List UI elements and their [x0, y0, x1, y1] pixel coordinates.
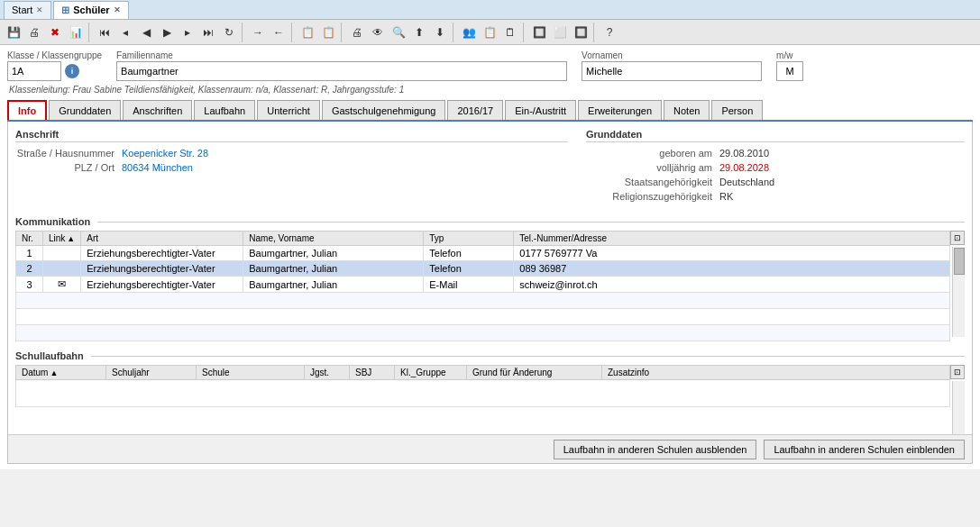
col-schule[interactable]: Schule — [197, 366, 305, 380]
plzort-row: PLZ / Ort 80634 München — [15, 162, 568, 173]
tab-laufbahn-label: Laufbahn — [204, 105, 245, 116]
kommunikation-export-btn[interactable]: ⊡ — [950, 231, 965, 245]
toolbar-refresh[interactable]: ↻ — [219, 23, 239, 42]
toolbar-prev-prev[interactable]: ◂ — [115, 23, 135, 42]
tab-grunddaten[interactable]: Grunddaten — [49, 100, 121, 120]
volljaehrig-value: 29.08.2028 — [719, 162, 769, 173]
col-jgst[interactable]: Jgst. — [305, 366, 350, 380]
geboren-value: 29.08.2010 — [719, 148, 769, 159]
tab-2016-label: 2016/17 — [457, 105, 493, 116]
toolbar-prev[interactable]: ◀ — [136, 23, 156, 42]
tab-einaustritt[interactable]: Ein-/Austritt — [505, 100, 576, 120]
info-icon[interactable]: i — [65, 64, 79, 78]
tab-erweiterungen[interactable]: Erweiterungen — [578, 100, 662, 120]
field-group-familienname: Familienname — [116, 50, 567, 81]
tab-person[interactable]: Person — [711, 100, 763, 120]
toolbar-sep6 — [523, 23, 527, 42]
toolbar-help[interactable]: ? — [600, 23, 619, 42]
toolbar-delete[interactable]: ✖ — [45, 23, 65, 42]
schullaufbahn-export-btn[interactable]: ⊡ — [950, 365, 965, 379]
tab-laufbahn[interactable]: Laufbahn — [194, 100, 255, 120]
toolbar-last[interactable]: ⏭ — [198, 23, 218, 42]
toolbar-sep5 — [453, 23, 456, 42]
col-schuljahr[interactable]: Schuljahr — [106, 366, 197, 380]
cell-tel: schweiz@inrot.ch — [514, 277, 950, 293]
toolbar-save[interactable]: 💾 — [4, 23, 23, 42]
cell-link — [43, 261, 81, 277]
tab-unterricht[interactable]: Unterricht — [257, 100, 320, 120]
vornamen-input[interactable] — [582, 61, 762, 81]
toolbar-btn1[interactable]: 🔲 — [529, 23, 549, 42]
toolbar-back[interactable]: ← — [269, 23, 289, 42]
staatsang-value: Deutschland — [719, 177, 774, 187]
cell-tel: 089 36987 — [514, 261, 950, 277]
toolbar-print[interactable]: 🖨 — [24, 23, 44, 42]
toolbar-zoom[interactable]: 🔍 — [389, 23, 408, 42]
col-name[interactable]: Name, Vorname — [243, 232, 424, 246]
toolbar-export[interactable]: 📊 — [66, 23, 86, 42]
schullaufbahn-tbody — [16, 380, 950, 407]
toolbar-sep2 — [242, 23, 245, 42]
schullaufbahn-title: Schullaufbahn — [15, 350, 84, 361]
toolbar-btn3[interactable]: 🔲 — [571, 23, 591, 42]
tab-schueler-label: Schüler — [73, 5, 109, 15]
col-link[interactable]: Link▲ — [43, 232, 81, 246]
tab-bar: Info Grunddaten Anschriften Laufbahn Unt… — [7, 100, 973, 122]
tab-grunddaten-label: Grunddaten — [59, 105, 111, 116]
toolbar-next[interactable]: ▶ — [157, 23, 177, 42]
table-row-empty — [16, 309, 950, 325]
tab-noten[interactable]: Noten — [664, 100, 710, 120]
table-row[interactable]: 3 ✉ Erziehungsberechtigter-Vater Baumgar… — [16, 277, 950, 293]
toolbar-sep4 — [341, 23, 344, 42]
tab-info[interactable]: Info — [7, 100, 47, 120]
tab-schueler[interactable]: ⊞ Schüler ✕ — [53, 1, 128, 19]
cell-art: Erziehungsberechtigter-Vater — [81, 246, 243, 261]
col-tel[interactable]: Tel.-Nummer/Adresse — [514, 232, 950, 246]
tab-2016[interactable]: 2016/17 — [447, 100, 503, 120]
col-klgruppe[interactable]: Kl._Gruppe — [395, 366, 467, 380]
vornamen-label: Vornamen — [582, 50, 762, 60]
col-art[interactable]: Art — [81, 232, 243, 246]
table-row[interactable]: 2 Erziehungsberechtigter-Vater Baumgartn… — [16, 261, 950, 277]
toolbar-btn2[interactable]: ⬜ — [550, 23, 570, 42]
table-row[interactable]: 1 Erziehungsberechtigter-Vater Baumgartn… — [16, 246, 950, 261]
toolbar-forward[interactable]: → — [248, 23, 268, 42]
cell-name: Baumgartner, Julian — [243, 261, 424, 277]
tab-start-close[interactable]: ✕ — [36, 5, 43, 14]
toolbar-down[interactable]: ⬇ — [430, 23, 450, 42]
mw-input[interactable] — [776, 61, 803, 81]
main-content: Klasse / Klassengruppe i Familienname Vo… — [0, 45, 980, 469]
tab-unterricht-label: Unterricht — [267, 105, 310, 116]
toolbar-copy2[interactable]: 📋 — [318, 23, 338, 42]
toolbar-print2[interactable]: 🖨 — [347, 23, 367, 42]
tab-start[interactable]: Start ✕ — [4, 1, 51, 19]
col-zusatz[interactable]: Zusatzinfo — [602, 366, 950, 380]
col-grund[interactable]: Grund für Änderung — [467, 366, 602, 380]
col-typ[interactable]: Typ — [424, 232, 514, 246]
table-row-empty — [16, 293, 950, 309]
schullaufbahn-line — [91, 356, 965, 357]
klasse-input[interactable] — [7, 61, 61, 81]
religion-label: Religionszugehörigkeit — [586, 191, 712, 202]
col-datum[interactable]: Datum▲ — [16, 366, 106, 380]
toolbar-up[interactable]: ⬆ — [409, 23, 429, 42]
toolbar-view[interactable]: 👁 — [368, 23, 388, 42]
toolbar-doc1[interactable]: 📋 — [480, 23, 499, 42]
kommunikation-table: Nr. Link▲ Art Name, Vorname Typ Tel.-Num… — [15, 231, 950, 341]
col-sbj[interactable]: SBJ — [350, 366, 395, 380]
familienname-input[interactable] — [116, 61, 567, 81]
toolbar-users[interactable]: 👥 — [459, 23, 479, 42]
tab-gastschul[interactable]: Gastschulgenehmigung — [322, 100, 446, 120]
tab-schueler-close[interactable]: ✕ — [114, 5, 121, 14]
toolbar-doc2[interactable]: 🗒 — [500, 23, 520, 42]
tab-anschriften[interactable]: Anschriften — [123, 100, 192, 120]
btn-einblenden[interactable]: Laufbahn in anderen Schulen einblenden — [764, 440, 965, 459]
toolbar-copy1[interactable]: 📋 — [298, 23, 317, 42]
tab-gastschul-label: Gastschulgenehmigung — [332, 105, 436, 116]
form-row-main: Klasse / Klassengruppe i Familienname Vo… — [7, 50, 973, 81]
grunddaten-title: Grunddaten — [586, 129, 965, 142]
toolbar-first[interactable]: ⏮ — [95, 23, 114, 42]
toolbar-next-next[interactable]: ▸ — [178, 23, 197, 42]
cell-tel: 0177 5769777 Va — [514, 246, 950, 261]
btn-ausblenden[interactable]: Laufbahn in anderen Schulen ausblenden — [554, 440, 757, 459]
